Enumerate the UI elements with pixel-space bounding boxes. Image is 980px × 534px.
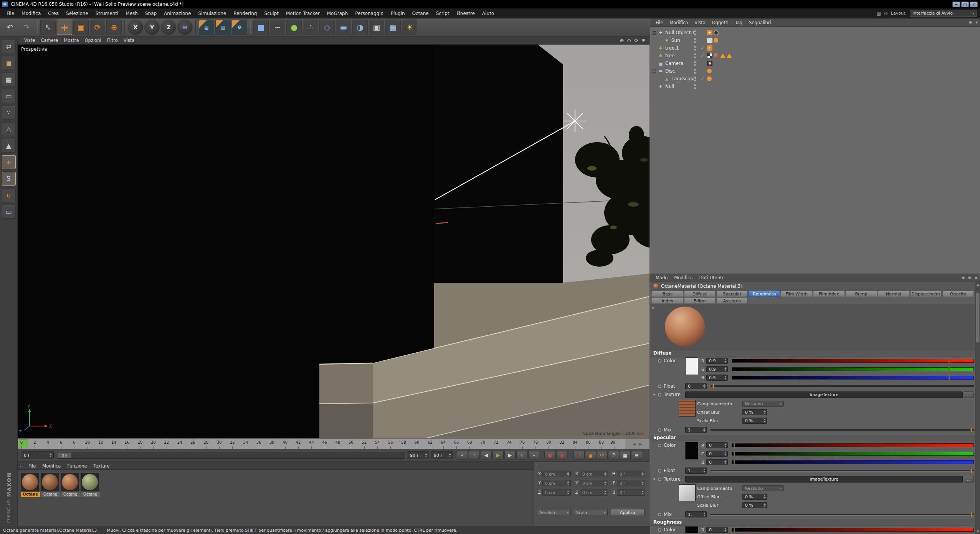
mix-slider[interactable] [711, 429, 974, 431]
menu-personaggio[interactable]: Personaggio [352, 10, 387, 17]
float-value-field[interactable]: 0 [685, 383, 707, 389]
menu-script[interactable]: Script [433, 10, 453, 17]
setting-field[interactable]: 0 % [742, 418, 767, 424]
timeline-tick[interactable]: 8 [73, 440, 75, 444]
material-preview[interactable]: ▾ [650, 304, 975, 350]
end-frame-field-2[interactable]: 90 F [431, 451, 453, 459]
step-down-icon[interactable] [703, 386, 706, 388]
ui-grid-icon[interactable]: ▦ [876, 11, 881, 16]
timeline-tick[interactable]: 72 [494, 440, 499, 444]
make-editable-icon[interactable]: ⇄ [2, 40, 16, 53]
scrollbar[interactable]: ▲ ▼ [975, 282, 980, 534]
step-up-icon[interactable] [724, 367, 727, 369]
sun-star-icon[interactable] [564, 110, 586, 132]
animation-dot-icon[interactable] [658, 528, 661, 532]
octane-tag-icon[interactable] [707, 76, 712, 81]
timeline-scroll-left-icon[interactable]: ◀ [633, 442, 636, 446]
step-up-icon[interactable] [449, 453, 451, 455]
step-up-icon[interactable] [703, 469, 706, 470]
slider-marker[interactable] [970, 428, 972, 433]
timeline-tick[interactable]: 70 [480, 440, 485, 444]
am-menu-dati-utente[interactable]: Dati Utente [696, 274, 727, 281]
timeline-tick[interactable]: 76 [520, 440, 525, 444]
stepper-icon[interactable] [724, 376, 727, 380]
step-up-icon[interactable] [604, 472, 607, 474]
timeline-tick[interactable]: 86 [586, 440, 591, 444]
visibility-dot-bottom[interactable] [694, 80, 696, 81]
stepper-icon[interactable] [724, 443, 727, 447]
step-up-icon[interactable] [764, 419, 766, 420]
coordinate-field[interactable]: 0 cm [542, 471, 571, 477]
channel-gradient-slider[interactable] [732, 376, 974, 380]
undo-icon[interactable]: ↶ [2, 20, 18, 35]
goto-start-button[interactable]: « [457, 451, 468, 459]
preview-expander-icon[interactable]: ▾ [652, 306, 654, 310]
autokey-button[interactable]: ◉ [556, 451, 567, 459]
channel-gradient-slider[interactable] [732, 443, 974, 447]
object-name[interactable]: Camera [665, 61, 683, 66]
animation-dot-icon[interactable] [658, 444, 661, 447]
stepper-icon[interactable] [604, 481, 607, 485]
channel-value-field[interactable]: 0.9 [706, 366, 728, 372]
menu-selezione[interactable]: Selezione [63, 10, 92, 17]
channel-gradient-slider[interactable] [732, 359, 974, 363]
am-lock-icon[interactable]: ▪ [975, 275, 978, 280]
browse-button[interactable]: ... [964, 476, 974, 483]
stepper-icon[interactable] [724, 528, 727, 532]
timeline-tick[interactable]: 56 [388, 440, 393, 444]
om-menu-oggetti[interactable]: Oggetti [709, 19, 732, 26]
menu-octane[interactable]: Octane [409, 10, 432, 17]
browser-menu-modifica[interactable]: Modifica [39, 463, 64, 469]
grid-array-icon[interactable]: ▦ [385, 20, 401, 35]
visibility-dots[interactable] [694, 30, 696, 35]
visibility-dot-top[interactable] [694, 46, 696, 48]
step-down-icon[interactable] [724, 530, 727, 532]
stepper-icon[interactable] [641, 481, 644, 485]
expander-icon[interactable]: ▾ [653, 393, 658, 396]
model-mode-icon[interactable]: ◼ [2, 56, 16, 70]
timeline-tick[interactable]: 12 [98, 440, 103, 444]
redo-icon[interactable]: ↷ [19, 20, 34, 35]
tab-diffuse[interactable]: Diffuse [684, 291, 716, 297]
timeline-tick[interactable]: 34 [243, 440, 248, 444]
visibility-dots[interactable] [694, 69, 696, 74]
slider-marker[interactable] [970, 468, 972, 473]
timeline-tick[interactable]: 14 [111, 440, 116, 444]
record-parameter-button[interactable]: P [608, 451, 619, 459]
timeline-tick[interactable]: 6 [60, 440, 62, 444]
stepper-icon[interactable] [641, 491, 644, 494]
stepper-icon[interactable] [724, 367, 727, 371]
om-menu-modifica[interactable]: Modifica [666, 19, 691, 26]
timeline-options-button[interactable]: ≡ [631, 451, 642, 459]
tab-index[interactable]: Index [652, 298, 683, 304]
deformer-icon[interactable]: ◇ [319, 20, 335, 35]
edges-mode-icon[interactable]: △ [2, 122, 16, 136]
timeline-tick[interactable]: 20 [151, 440, 156, 444]
warning-tag-icon[interactable] [720, 53, 725, 58]
channel-gradient-slider[interactable] [732, 528, 974, 532]
step-up-icon[interactable] [567, 472, 569, 474]
object-name[interactable]: Sun [671, 38, 680, 43]
step-up-icon[interactable] [641, 472, 644, 474]
goto-end-button[interactable]: » [528, 451, 539, 459]
channel-gradient-slider[interactable] [732, 460, 974, 464]
axis-tag-icon[interactable] [707, 45, 712, 51]
visibility-dots[interactable] [694, 61, 696, 66]
am-history-back-icon[interactable]: ◀ [961, 275, 964, 280]
workplane-lock-icon[interactable]: ▭ [2, 205, 16, 219]
timeline-tick[interactable]: 54 [375, 440, 380, 444]
timeline-tick[interactable]: 66 [454, 440, 459, 444]
object-name[interactable]: Null Object.1 [665, 30, 695, 35]
timeline-tick[interactable]: 44 [309, 440, 314, 444]
material-label[interactable]: Octane [81, 492, 100, 497]
stepper-icon[interactable] [764, 410, 766, 414]
menu-file[interactable]: File [3, 10, 18, 17]
step-down-icon[interactable] [641, 484, 644, 485]
enabled-check-icon[interactable]: ✓ [701, 76, 704, 81]
material-item[interactable]: Octane [81, 473, 100, 497]
record-pla-button[interactable]: ▦ [620, 451, 631, 459]
record-keyframe-button[interactable]: ● [544, 451, 555, 459]
step-down-icon[interactable] [567, 474, 569, 476]
camera-tag-icon[interactable] [707, 61, 712, 66]
step-down-icon[interactable] [604, 493, 607, 494]
